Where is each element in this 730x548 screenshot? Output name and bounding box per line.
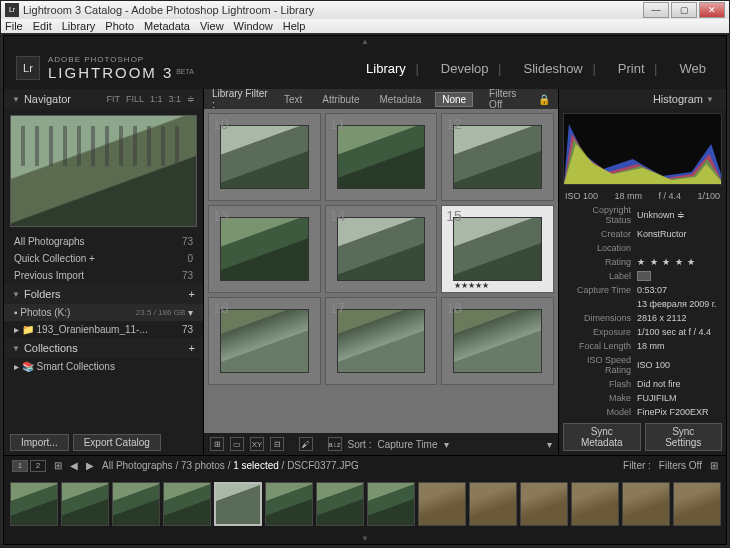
filmstrip-thumb[interactable] xyxy=(418,482,466,526)
catalog-previous[interactable]: Previous Import 73 xyxy=(4,267,203,284)
toolbar-menu-icon[interactable]: ▾ xyxy=(547,439,552,450)
meta-value[interactable]: KonstRuctor xyxy=(637,229,687,239)
screen-1[interactable]: 1 xyxy=(12,460,28,472)
filmstrip-thumb[interactable] xyxy=(61,482,109,526)
sync-settings-button[interactable]: Sync Settings xyxy=(645,423,723,451)
module-library[interactable]: Library xyxy=(358,59,427,78)
filter-attribute[interactable]: Attribute xyxy=(316,93,365,106)
catalog-quick[interactable]: Quick Collection + 0 xyxy=(4,250,203,267)
histogram-header[interactable]: Histogram ▼ xyxy=(559,89,726,109)
triangle-icon: ▼ xyxy=(12,95,20,104)
filter-switch-icon[interactable]: ⊞ xyxy=(710,460,718,471)
smart-collections[interactable]: ▸ 📚 Smart Collections xyxy=(4,358,203,375)
module-web[interactable]: Web xyxy=(672,59,715,78)
folder-count: 73 xyxy=(182,324,193,335)
filmstrip-thumb[interactable] xyxy=(367,482,415,526)
folders-header[interactable]: ▼ Folders + xyxy=(4,284,203,304)
brand-beta: BETA xyxy=(176,68,194,75)
module-slideshow[interactable]: Slideshow xyxy=(516,59,604,78)
screen-2[interactable]: 2 xyxy=(30,460,46,472)
module-print[interactable]: Print xyxy=(610,59,666,78)
menu-view[interactable]: View xyxy=(200,20,224,32)
module-develop[interactable]: Develop xyxy=(433,59,510,78)
filmstrip-thumb-selected[interactable] xyxy=(214,482,262,526)
nav-1to1[interactable]: 1:1 xyxy=(150,94,163,104)
folders-add-icon[interactable]: + xyxy=(189,288,195,300)
grid-cell[interactable]: 13 xyxy=(208,205,321,293)
filmstrip-thumb[interactable] xyxy=(316,482,364,526)
filters-off[interactable]: Filters Off xyxy=(489,88,530,110)
filmstrip-path[interactable]: All Photographs / 73 photos / 1 selected… xyxy=(102,460,615,471)
grid-cell[interactable]: 14 xyxy=(325,205,438,293)
filmstrip-thumb[interactable] xyxy=(571,482,619,526)
menu-window[interactable]: Window xyxy=(234,20,273,32)
menu-edit[interactable]: Edit xyxy=(33,20,52,32)
grid-cell[interactable]: 11 xyxy=(325,113,438,201)
top-collapse-arrow[interactable]: ▲ xyxy=(4,36,726,47)
grid-cell-selected[interactable]: 15★★★★★ xyxy=(441,205,554,293)
grid-cell[interactable]: 16 xyxy=(208,297,321,385)
folder-drive[interactable]: ▪ Photos (K:) 23.5 / 186 GB ▾ xyxy=(4,304,203,321)
grid-cell[interactable]: 12 xyxy=(441,113,554,201)
grid-cell[interactable]: 18 xyxy=(441,297,554,385)
nav-fit[interactable]: FIT xyxy=(106,94,120,104)
nav-fill[interactable]: FILL xyxy=(126,94,144,104)
nav-fwd-icon[interactable]: ▶ xyxy=(86,460,94,471)
folder-item[interactable]: ▸ 📁 193_Oranienbaum_11-... 73 xyxy=(4,321,203,338)
menu-help[interactable]: Help xyxy=(283,20,306,32)
drive-menu-icon[interactable]: ▾ xyxy=(185,307,193,318)
navigator-header[interactable]: ▼ Navigator FIT FILL 1:1 3:1 ≑ xyxy=(4,89,203,109)
grid-view-icon[interactable]: ⊞ xyxy=(210,437,224,451)
filmstrip-filter-value[interactable]: Filters Off xyxy=(659,460,702,471)
filter-none[interactable]: None xyxy=(435,92,473,107)
rating-value[interactable]: ★ ★ ★ ★ ★ xyxy=(637,257,696,267)
filter-metadata[interactable]: Metadata xyxy=(374,93,428,106)
filmstrip-thumb[interactable] xyxy=(520,482,568,526)
import-button[interactable]: Import... xyxy=(10,434,69,451)
histogram[interactable] xyxy=(563,113,722,185)
menu-metadata[interactable]: Metadata xyxy=(144,20,190,32)
label-swatch[interactable] xyxy=(637,271,651,281)
collections-title: Collections xyxy=(24,342,78,354)
filmstrip-thumb[interactable] xyxy=(673,482,721,526)
collections-add-icon[interactable]: + xyxy=(189,342,195,354)
branding-bar: Lr ADOBE PHOTOSHOP LIGHTROOM 3 BETA Libr… xyxy=(4,47,726,89)
grid-cell[interactable]: 17 xyxy=(325,297,438,385)
filmstrip-thumb[interactable] xyxy=(112,482,160,526)
loupe-view-icon[interactable]: ▭ xyxy=(230,437,244,451)
minimize-button[interactable]: — xyxy=(643,2,669,18)
sort-direction-icon[interactable]: a↓z xyxy=(328,437,342,451)
grid-shortcut-icon[interactable]: ⊞ xyxy=(54,460,62,471)
filmstrip-thumb[interactable] xyxy=(622,482,670,526)
filmstrip-thumb[interactable] xyxy=(10,482,58,526)
grid-cell[interactable]: 10 xyxy=(208,113,321,201)
filmstrip-thumb[interactable] xyxy=(265,482,313,526)
filter-lock-icon[interactable]: 🔒 xyxy=(538,94,550,105)
painter-icon[interactable]: 🖌 xyxy=(299,437,313,451)
survey-view-icon[interactable]: ⊟ xyxy=(270,437,284,451)
filmstrip-thumb[interactable] xyxy=(469,482,517,526)
filter-text[interactable]: Text xyxy=(278,93,308,106)
filmstrip-thumb[interactable] xyxy=(163,482,211,526)
menu-library[interactable]: Library xyxy=(62,20,96,32)
hist-aperture: f / 4.4 xyxy=(658,191,681,201)
hist-iso: ISO 100 xyxy=(565,191,598,201)
menu-photo[interactable]: Photo xyxy=(105,20,134,32)
nav-back-icon[interactable]: ◀ xyxy=(70,460,78,471)
nav-3to1[interactable]: 3:1 xyxy=(168,94,181,104)
nav-ratio-menu-icon[interactable]: ≑ xyxy=(187,94,195,104)
compare-view-icon[interactable]: XY xyxy=(250,437,264,451)
close-button[interactable]: ✕ xyxy=(699,2,725,18)
sync-metadata-button[interactable]: Sync Metadata xyxy=(563,423,641,451)
meta-value[interactable]: Unknown ≑ xyxy=(637,210,685,220)
collections-header[interactable]: ▼ Collections + xyxy=(4,338,203,358)
sort-menu-icon[interactable]: ▾ xyxy=(444,439,449,450)
filmstrip[interactable] xyxy=(4,475,726,533)
catalog-all-photos[interactable]: All Photographs 73 xyxy=(4,233,203,250)
export-catalog-button[interactable]: Export Catalog xyxy=(73,434,161,451)
bottom-collapse-arrow[interactable]: ▼ xyxy=(4,533,726,544)
menu-file[interactable]: File xyxy=(5,20,23,32)
sort-value[interactable]: Capture Time xyxy=(377,439,437,450)
navigator-preview[interactable] xyxy=(10,115,197,227)
maximize-button[interactable]: ▢ xyxy=(671,2,697,18)
